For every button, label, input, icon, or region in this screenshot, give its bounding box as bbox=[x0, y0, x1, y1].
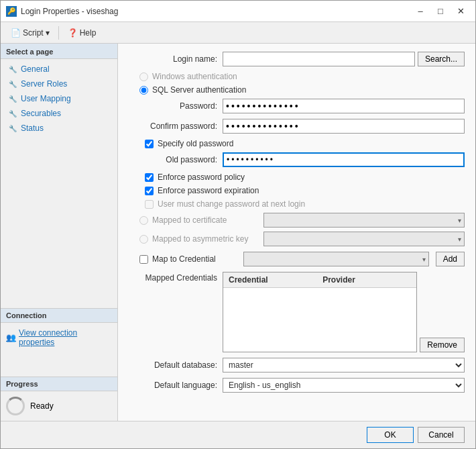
remove-button[interactable]: Remove bbox=[420, 338, 465, 352]
default-language-row: Default language: English - us_english bbox=[129, 378, 465, 393]
help-button[interactable]: ❓ Help bbox=[63, 26, 101, 40]
sidebar-item-server-roles-label: Server Roles bbox=[21, 79, 67, 89]
user-mapping-icon: 🔧 bbox=[9, 95, 17, 103]
minimize-button[interactable]: – bbox=[411, 3, 430, 19]
sidebar-item-general-label: General bbox=[21, 64, 50, 74]
mapped-cert-row: Mapped to certificate ▾ bbox=[129, 213, 465, 228]
search-button[interactable]: Search... bbox=[418, 52, 465, 66]
window-title: Login Properties - viseshag bbox=[21, 7, 118, 16]
default-database-select[interactable]: master bbox=[223, 358, 465, 372]
enforce-expiration-label: Enforce password expiration bbox=[158, 186, 259, 195]
sidebar-item-user-mapping[interactable]: 🔧 User Mapping bbox=[1, 91, 117, 106]
sidebar-connection-label: Connection bbox=[1, 308, 117, 323]
sidebar-item-securables[interactable]: 🔧 Securables bbox=[1, 106, 117, 121]
sidebar-item-status[interactable]: 🔧 Status bbox=[1, 121, 117, 136]
close-button[interactable]: ✕ bbox=[451, 3, 470, 19]
user-must-change-row: User must change password at next login bbox=[129, 199, 465, 209]
sidebar-item-user-mapping-label: User Mapping bbox=[21, 94, 71, 103]
mapped-asym-dropdown: ▾ bbox=[263, 232, 465, 246]
enforce-expiration-checkbox[interactable] bbox=[145, 187, 154, 195]
ok-button[interactable]: OK bbox=[367, 427, 414, 443]
user-must-change-label: User must change password at next login bbox=[158, 199, 305, 209]
sidebar: Select a page 🔧 General 🔧 Server Roles 🔧… bbox=[1, 44, 118, 421]
bottom-buttons: OK Cancel bbox=[1, 421, 475, 448]
windows-auth-label: Windows authentication bbox=[152, 72, 237, 81]
mapped-asym-row: Mapped to asymmetric key ▾ bbox=[129, 232, 465, 246]
sidebar-progress-label: Progress bbox=[1, 377, 117, 391]
default-database-label: Default database: bbox=[129, 360, 223, 370]
sidebar-item-server-roles[interactable]: 🔧 Server Roles bbox=[1, 77, 117, 91]
script-button[interactable]: 📄 Script ▾ bbox=[6, 26, 54, 40]
maximize-button[interactable]: □ bbox=[431, 3, 450, 19]
sidebar-item-status-label: Status bbox=[21, 123, 44, 133]
mapped-credentials-label: Mapped Credentials bbox=[129, 272, 223, 283]
user-must-change-checkbox[interactable] bbox=[145, 200, 154, 209]
enforce-policy-row: Enforce password policy bbox=[129, 172, 465, 182]
sql-auth-radio[interactable] bbox=[139, 86, 148, 95]
credential-col-header: Credential bbox=[226, 274, 320, 286]
map-credential-row: Map to Credential ▾ Add bbox=[129, 252, 465, 266]
password-label: Password: bbox=[129, 101, 223, 111]
confirm-password-row: Confirm password: bbox=[129, 119, 465, 134]
main-content: Select a page 🔧 General 🔧 Server Roles 🔧… bbox=[1, 44, 475, 421]
sidebar-connection-content: 👥 View connection properties bbox=[1, 323, 117, 377]
login-name-input[interactable] bbox=[223, 52, 415, 66]
sidebar-progress-content: Ready bbox=[1, 391, 117, 421]
mapped-asym-label: Mapped to asymmetric key bbox=[152, 234, 259, 244]
map-credential-label: Map to Credential bbox=[152, 254, 239, 264]
confirm-password-input[interactable] bbox=[223, 119, 465, 134]
sidebar-item-securables-label: Securables bbox=[21, 109, 61, 118]
mapped-asym-arrow: ▾ bbox=[458, 236, 461, 243]
old-password-row: Old password: bbox=[129, 152, 465, 167]
general-icon: 🔧 bbox=[9, 66, 17, 73]
map-credential-checkbox[interactable] bbox=[139, 255, 148, 264]
toolbar-separator bbox=[58, 26, 59, 40]
windows-auth-radio[interactable] bbox=[139, 72, 148, 81]
server-roles-icon: 🔧 bbox=[9, 81, 17, 88]
specify-old-password-label: Specify old password bbox=[158, 139, 233, 148]
connection-icon: 👥 bbox=[6, 333, 16, 342]
mapped-asym-radio[interactable] bbox=[139, 235, 148, 244]
cancel-button[interactable]: Cancel bbox=[418, 427, 465, 443]
specify-old-password-row: Specify old password bbox=[129, 139, 465, 148]
help-icon: ❓ bbox=[68, 28, 78, 38]
password-row: Password: bbox=[129, 99, 465, 113]
password-input[interactable] bbox=[223, 99, 465, 113]
enforce-policy-checkbox[interactable] bbox=[145, 173, 154, 182]
view-connection-link[interactable]: 👥 View connection properties bbox=[6, 328, 112, 347]
mapped-cert-radio[interactable] bbox=[139, 216, 148, 225]
sidebar-select-page: Select a page bbox=[1, 44, 117, 59]
default-language-select[interactable]: English - us_english bbox=[223, 378, 465, 393]
default-language-label: Default language: bbox=[129, 381, 223, 390]
enforce-policy-label: Enforce password policy bbox=[158, 172, 245, 182]
specify-old-password-checkbox[interactable] bbox=[145, 140, 154, 148]
sidebar-items: 🔧 General 🔧 Server Roles 🔧 User Mapping … bbox=[1, 59, 117, 308]
add-button[interactable]: Add bbox=[436, 252, 465, 266]
script-icon: 📄 bbox=[11, 28, 21, 38]
toolbar: 📄 Script ▾ ❓ Help bbox=[1, 22, 475, 44]
confirm-password-label: Confirm password: bbox=[129, 121, 223, 131]
credentials-table: Credential Provider bbox=[223, 272, 417, 352]
securables-icon: 🔧 bbox=[9, 110, 17, 117]
provider-col-header: Provider bbox=[320, 274, 414, 286]
ready-label: Ready bbox=[30, 401, 54, 411]
right-panel: Login name: Search... Windows authentica… bbox=[118, 44, 475, 421]
cred-header: Credential Provider bbox=[223, 272, 416, 288]
mapped-credentials-section: Mapped Credentials Credential Provider R… bbox=[129, 272, 465, 352]
title-bar-left: 🔑 Login Properties - viseshag bbox=[6, 6, 118, 17]
window-icon: 🔑 bbox=[6, 6, 17, 17]
script-dropdown-icon: ▾ bbox=[46, 28, 50, 38]
old-password-input[interactable] bbox=[223, 152, 465, 167]
main-window: 🔑 Login Properties - viseshag – □ ✕ 📄 Sc… bbox=[0, 0, 476, 449]
enforce-expiration-row: Enforce password expiration bbox=[129, 186, 465, 195]
mapped-cert-label: Mapped to certificate bbox=[152, 215, 259, 225]
windows-auth-row: Windows authentication bbox=[129, 72, 465, 81]
view-connection-label: View connection properties bbox=[19, 328, 112, 347]
sql-auth-row: SQL Server authentication bbox=[129, 85, 465, 95]
mapped-cert-dropdown: ▾ bbox=[263, 213, 465, 228]
status-icon: 🔧 bbox=[9, 125, 17, 132]
sidebar-item-general[interactable]: 🔧 General bbox=[1, 62, 117, 77]
help-label: Help bbox=[80, 28, 97, 38]
title-buttons: – □ ✕ bbox=[411, 3, 470, 19]
login-name-label: Login name: bbox=[129, 54, 223, 64]
